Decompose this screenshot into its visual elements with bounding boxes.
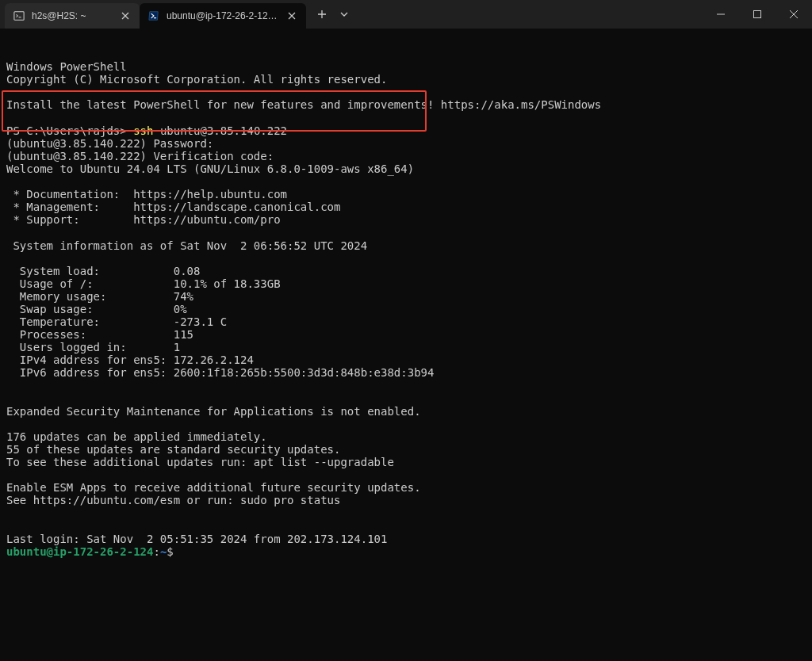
terminal-line: * Management: https://landscape.canonica… <box>6 201 340 213</box>
terminal-line: Copyright (C) Microsoft Corporation. All… <box>6 73 387 86</box>
terminal-line: Processes: 115 <box>6 328 193 341</box>
svg-rect-4 <box>754 11 761 18</box>
terminal-line: * Documentation: https://help.ubuntu.com <box>6 188 287 201</box>
verification-prompt: (ubuntu@3.85.140.222) Verification code: <box>6 150 274 162</box>
terminal-icon <box>13 10 25 22</box>
terminal-line: IPv6 address for ens5: 2600:1f18:265b:55… <box>6 366 434 379</box>
terminal-line: 176 updates can be applied immediately. <box>6 430 267 443</box>
shell-colon: : <box>153 545 159 558</box>
close-icon[interactable] <box>119 10 132 22</box>
titlebar: h2s@H2S: ~ ubuntu@ip-172-26-2-124: ~ <box>0 0 812 29</box>
tab-item-1[interactable]: ubuntu@ip-172-26-2-124: ~ <box>140 3 306 29</box>
terminal-line: See https://ubuntu.com/esm or run: sudo … <box>6 494 340 506</box>
ps-prompt: PS C:\Users\rajds> <box>6 124 133 137</box>
tab-item-0[interactable]: h2s@H2S: ~ <box>5 3 140 29</box>
terminal-pane[interactable]: Windows PowerShell Copyright (C) Microso… <box>0 29 812 564</box>
terminal-line: IPv4 address for ens5: 172.26.2.124 <box>6 353 254 366</box>
shell-user: ubuntu@ip-172-26-2-124 <box>6 545 153 558</box>
tab-title: ubuntu@ip-172-26-2-124: ~ <box>167 10 279 21</box>
terminal-line: To see these additional updates run: apt… <box>6 456 394 468</box>
terminal-line: Swap usage: 0% <box>6 303 187 315</box>
powershell-icon <box>147 10 160 22</box>
window-controls <box>703 0 812 29</box>
tab-dropdown-button[interactable] <box>335 0 354 29</box>
terminal-line: Users logged in: 1 <box>6 341 180 353</box>
password-prompt: (ubuntu@3.85.140.222) Password: <box>6 137 213 150</box>
ssh-command: ssh <box>133 124 153 137</box>
terminal-line: System information as of Sat Nov 2 06:56… <box>6 239 367 252</box>
terminal-line: Memory usage: 74% <box>6 290 193 303</box>
tab-strip: h2s@H2S: ~ ubuntu@ip-172-26-2-124: ~ <box>0 0 354 29</box>
terminal-line: Expanded Security Maintenance for Applic… <box>6 405 421 418</box>
minimize-button[interactable] <box>703 0 739 29</box>
terminal-line: Windows PowerShell <box>6 60 127 73</box>
ssh-arg: ubuntu@3.85.140.222 <box>153 124 287 137</box>
terminal-line: Enable ESM Apps to receive additional fu… <box>6 481 421 494</box>
tab-title: h2s@H2S: ~ <box>32 10 113 21</box>
svg-rect-0 <box>14 12 24 21</box>
close-icon[interactable] <box>285 10 298 22</box>
close-window-button[interactable] <box>776 0 812 29</box>
terminal-line: Welcome to Ubuntu 24.04 LTS (GNU/Linux 6… <box>6 162 414 175</box>
maximize-button[interactable] <box>739 0 776 29</box>
terminal-line: Usage of /: 10.1% of 18.33GB <box>6 277 281 290</box>
new-tab-button[interactable] <box>309 0 335 29</box>
terminal-line: System load: 0.08 <box>6 265 200 277</box>
terminal-line: Last login: Sat Nov 2 05:51:35 2024 from… <box>6 533 387 545</box>
terminal-line: Install the latest PowerShell for new fe… <box>6 98 601 111</box>
terminal-line: * Support: https://ubuntu.com/pro <box>6 213 281 226</box>
terminal-line: 55 of these updates are standard securit… <box>6 443 340 456</box>
terminal-line: Temperature: -273.1 C <box>6 315 227 328</box>
shell-dollar: $ <box>167 545 173 558</box>
